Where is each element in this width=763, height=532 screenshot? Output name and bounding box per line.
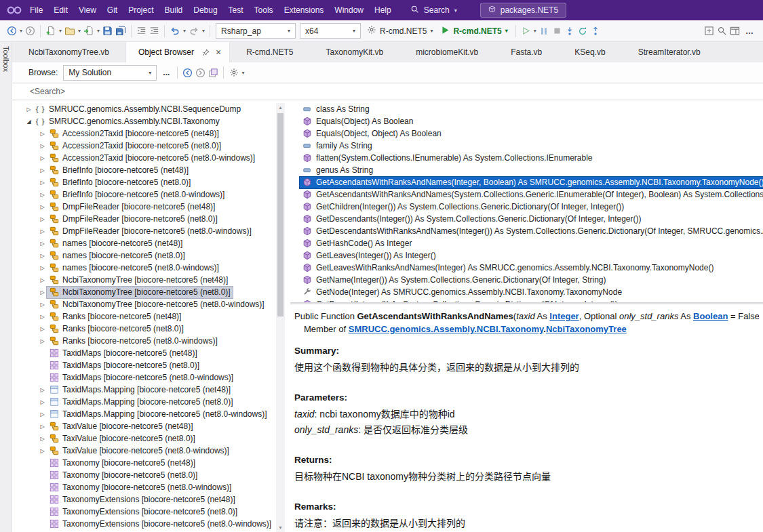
expander-icon[interactable]: ▷ [38,424,47,430]
show-containers-icon[interactable] [207,64,220,81]
tree-item[interactable]: ▷names [biocore-netcore5 (net8.0)] [12,249,275,262]
menu-item-view[interactable]: View [73,3,102,18]
expander-icon[interactable]: ▷ [38,204,47,210]
start-without-debugging-button[interactable] [520,23,532,39]
debug-target-combo[interactable]: R-cmd.NET5 ▾ [363,25,437,37]
expander-icon[interactable]: ▷ [38,253,47,259]
member-item[interactable]: GetDescendantsWithRanksAndNames(Integer(… [290,225,763,237]
member-item[interactable]: genus As String [290,164,763,176]
step-into-button[interactable] [564,23,576,39]
tree-item[interactable]: TaxidMaps [biocore-netcore5 (net8.0)] [12,359,275,371]
menu-item-debug[interactable]: Debug [188,3,222,18]
expander-icon[interactable]: ▷ [38,155,47,161]
tree-item[interactable]: ▷Ranks [biocore-netcore5 (net8.0)] [12,323,275,335]
scrollbar-thumb[interactable] [277,113,283,316]
package-project-button[interactable]: packages.NET5 [480,3,566,18]
nav-back-dropdown[interactable]: ▾ [18,28,24,34]
tree-item[interactable]: TaxidMaps [biocore-netcore5 (net48)] [12,347,275,359]
tree-item[interactable]: TaxidMaps [biocore-netcore5 (net8.0-wind… [12,371,275,384]
tab-ncbitaxonomytree-vb[interactable]: NcbiTaxonomyTree.vb [12,42,125,62]
menu-item-build[interactable]: Build [159,3,189,18]
open-file-button[interactable] [63,23,77,39]
expander-icon[interactable]: ▷ [38,228,47,234]
restart-button[interactable] [576,23,589,39]
menu-item-file[interactable]: File [24,3,48,18]
new-file-dropdown[interactable]: ▾ [58,28,63,34]
scroll-down-icon[interactable]: ▼ [276,523,285,532]
type-link[interactable]: NcbiTaxonomyTree [546,324,627,334]
menu-item-tools[interactable]: Tools [249,3,279,18]
member-item[interactable]: GetNode(Integer) As SMRUCC.genomics.Asse… [290,286,763,298]
tree-item[interactable]: ▷{ }SMRUCC.genomics.Assembly.NCBI.Sequen… [12,103,275,115]
browse-scope-combo[interactable]: My Solution ▾ [63,65,157,81]
expander-icon[interactable]: ▷ [38,387,47,393]
tree-item[interactable]: TaxonomyExtensions [biocore-netcore5 (ne… [12,493,275,506]
tab-object-browser[interactable]: Object Browser× [125,42,230,62]
member-item[interactable]: GetLeavesWithRanksAndNames(Integer) As S… [290,262,763,274]
browser-back-button[interactable] [181,64,194,81]
tree-item[interactable]: ▷NcbiTaxonomyTree [biocore-netcore5 (net… [12,298,275,310]
add-item-dropdown[interactable]: ▾ [96,28,101,34]
member-item[interactable]: GetAscendantsWithRanksAndNames(System.Co… [290,188,763,201]
expander-icon[interactable]: ▷ [38,216,47,222]
nav-forward-button[interactable] [24,23,37,39]
type-link[interactable]: Integer [549,311,579,321]
expander-icon[interactable]: ▷ [38,167,47,173]
search-control[interactable]: Search ▾ [404,3,464,18]
browser-forward-button[interactable] [194,64,207,81]
outdent-icon[interactable] [135,23,148,39]
tree-item[interactable]: ▷TaxiValue [biocore-netcore5 (net8.0)] [12,432,275,445]
tree-item[interactable]: ▷Accession2Taxid [biocore-netcore5 (net4… [12,127,275,140]
tree-item[interactable]: ▷Ranks [biocore-netcore5 (net8.0-windows… [12,335,275,347]
tree-item[interactable]: ▷BriefInfo [biocore-netcore5 (net8.0-win… [12,188,275,201]
window-layout-button[interactable] [728,23,741,39]
member-item[interactable]: GetChildren(Integer()) As System.Collect… [290,201,763,213]
edit-custom-component-set-button[interactable]: ... [159,68,174,77]
member-item[interactable]: class As String [290,103,763,115]
tab-streamiterator-vb[interactable]: StreamIterator.vb [622,42,717,62]
menu-item-project[interactable]: Project [123,3,159,18]
object-browser-settings-dropdown[interactable]: ▾ [240,70,246,76]
add-item-button[interactable] [82,23,96,39]
tab-r-cmd-net5[interactable]: R-cmd.NET5 [230,42,309,62]
undo-button[interactable] [168,23,182,39]
startup-project-combo[interactable]: Rsharp_ap ▾ [216,23,296,39]
tree-item[interactable]: ▷BriefInfo [biocore-netcore5 (net48)] [12,164,275,176]
member-item[interactable]: GetHashCode() As Integer [290,237,763,249]
tree-item[interactable]: ▷Accession2Taxid [biocore-netcore5 (net8… [12,140,275,152]
tree-item[interactable]: ▷names [biocore-netcore5 (net8.0-windows… [12,262,275,274]
member-item[interactable]: GetLeaves(Integer()) As Integer() [290,249,763,262]
undo-dropdown[interactable]: ▾ [182,28,187,34]
save-all-button[interactable] [114,23,128,39]
tree-item[interactable]: ▷TaxidMaps.Mapping [biocore-netcore5 (ne… [12,396,275,408]
member-item[interactable]: Equals(Object) As Boolean [290,115,763,127]
expander-icon[interactable]: ▷ [38,131,47,137]
tree-item[interactable]: ▷TaxiValue [biocore-netcore5 (net8.0-win… [12,445,275,457]
expander-icon[interactable]: ▷ [38,143,47,149]
toolbar-overflow-button[interactable]: … [741,23,758,39]
tab-microbiomekit-vb[interactable]: microbiomeKit.vb [399,42,494,62]
member-item[interactable]: GetAscendantsWithRanksAndNames(Integer, … [290,176,763,188]
tree-item[interactable]: Taxonomy [biocore-netcore5 (net48)] [12,457,275,469]
expander-icon[interactable]: ▷ [38,277,47,283]
toolbox-tab[interactable]: Toolbox [0,42,12,532]
member-item[interactable]: GetName(Integer()) As System.Collections… [290,274,763,286]
expander-icon[interactable]: ▷ [38,326,47,332]
tree-item[interactable]: ▷TaxidMaps.Mapping [biocore-netcore5 (ne… [12,408,275,420]
tree-item[interactable]: TaxonomyExtensions [biocore-netcore5 (ne… [12,518,275,530]
expander-icon[interactable]: ▷ [38,302,47,308]
scroll-up-icon[interactable]: ▲ [276,103,285,112]
tree-item[interactable]: ▷DmpFileReader [biocore-netcore5 (net48)… [12,201,275,213]
expander-icon[interactable]: ▷ [38,265,47,271]
expander-icon[interactable]: ▷ [38,314,47,320]
platform-combo[interactable]: x64 ▾ [300,23,361,39]
tree-item[interactable]: Taxonomy [biocore-netcore5 (net8.0)] [12,469,275,481]
tab-fasta-vb[interactable]: Fasta.vb [494,42,558,62]
tree-item[interactable]: ▷Accession2Taxid [biocore-netcore5 (net8… [12,152,275,164]
menu-item-window[interactable]: Window [329,3,369,18]
tree-item[interactable]: ▷Ranks [biocore-netcore5 (net48)] [12,310,275,323]
tree-item[interactable]: ◢{ }SMRUCC.genomics.Assembly.NCBI.Taxono… [12,115,275,127]
vertical-splitter[interactable] [285,100,290,532]
tree-item[interactable]: ▷NcbiTaxonomyTree [biocore-netcore5 (net… [12,286,275,298]
tree-item[interactable]: ▷DmpFileReader [biocore-netcore5 (net8.0… [12,225,275,237]
